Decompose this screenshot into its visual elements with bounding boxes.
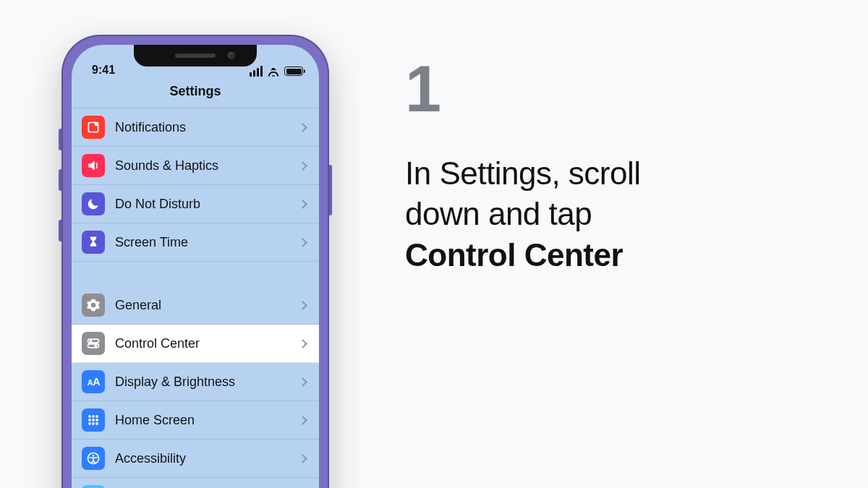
settings-row-general[interactable]: General — [72, 286, 319, 325]
svg-rect-12 — [92, 419, 94, 421]
svg-point-5 — [94, 344, 97, 347]
svg-text:A: A — [93, 376, 100, 388]
svg-point-18 — [93, 455, 95, 457]
chevron-right-icon — [298, 238, 307, 247]
row-label: Home Screen — [115, 413, 289, 428]
chevron-right-icon — [298, 416, 307, 425]
sounds-icon — [82, 154, 105, 177]
svg-rect-15 — [92, 422, 94, 424]
svg-rect-14 — [88, 422, 90, 424]
row-label: Control Center — [115, 336, 289, 351]
row-label: Do Not Disturb — [115, 197, 289, 212]
notch — [134, 45, 257, 67]
front-camera — [228, 52, 235, 59]
step-text: In Settings, scroll down and tap Control… — [405, 153, 810, 275]
phone-frame: 9:41 Settings Notifications So — [61, 35, 329, 488]
chevron-right-icon — [298, 161, 307, 171]
svg-rect-8 — [88, 415, 90, 417]
svg-point-1 — [95, 122, 98, 126]
text-size-icon: AA — [82, 370, 105, 393]
phone-screen: 9:41 Settings Notifications So — [72, 45, 319, 488]
flower-icon — [82, 485, 105, 488]
row-label: Screen Time — [115, 235, 289, 250]
row-label: Sounds & Haptics — [115, 158, 289, 174]
gear-icon — [82, 294, 105, 317]
cellular-icon — [250, 66, 263, 77]
svg-rect-11 — [88, 419, 90, 421]
settings-list[interactable]: Notifications Sounds & Haptics Do Not Di… — [72, 108, 319, 488]
settings-row-control-center[interactable]: Control Center — [72, 325, 319, 363]
instruction-panel: 1 In Settings, scroll down and tap Contr… — [405, 56, 810, 275]
settings-row-accessibility[interactable]: Accessibility — [72, 440, 319, 478]
chevron-right-icon — [298, 200, 307, 209]
accessibility-icon — [82, 447, 105, 470]
settings-row-notifications[interactable]: Notifications — [72, 108, 319, 147]
hourglass-icon — [82, 231, 105, 254]
svg-rect-16 — [95, 422, 98, 424]
step-line-2: down and tap — [405, 196, 592, 231]
chevron-right-icon — [298, 123, 307, 132]
svg-rect-10 — [95, 415, 98, 417]
settings-row-wallpaper[interactable]: Wallpaper — [72, 478, 319, 488]
svg-rect-9 — [92, 415, 94, 417]
settings-row-sounds-haptics[interactable]: Sounds & Haptics — [72, 147, 319, 185]
row-label: Notifications — [115, 120, 289, 135]
row-label: General — [115, 298, 289, 313]
row-label: Accessibility — [115, 451, 289, 466]
notifications-icon — [82, 116, 105, 139]
svg-rect-13 — [95, 419, 98, 421]
grid-icon — [82, 408, 105, 432]
svg-rect-2 — [88, 339, 99, 343]
chevron-right-icon — [298, 454, 307, 463]
group-separator — [72, 262, 319, 286]
battery-icon — [284, 67, 303, 76]
status-icons — [250, 66, 303, 77]
status-time: 9:41 — [92, 64, 115, 77]
settings-row-display-brightness[interactable]: AA Display & Brightness — [72, 363, 319, 401]
settings-row-home-screen[interactable]: Home Screen — [72, 401, 319, 440]
svg-point-3 — [90, 340, 93, 343]
step-line-1: In Settings, scroll — [405, 155, 641, 191]
speaker — [175, 53, 216, 58]
chevron-right-icon — [298, 301, 307, 310]
moon-icon — [82, 192, 105, 215]
row-label: Display & Brightness — [115, 374, 289, 390]
switches-icon — [82, 332, 105, 355]
step-number: 1 — [405, 56, 810, 121]
settings-row-screen-time[interactable]: Screen Time — [72, 223, 319, 262]
step-emphasis: Control Center — [405, 237, 623, 273]
chevron-right-icon — [298, 377, 307, 387]
settings-row-do-not-disturb[interactable]: Do Not Disturb — [72, 185, 319, 223]
chevron-right-icon — [298, 339, 307, 348]
nav-title: Settings — [72, 80, 319, 108]
wifi-icon — [267, 67, 280, 77]
